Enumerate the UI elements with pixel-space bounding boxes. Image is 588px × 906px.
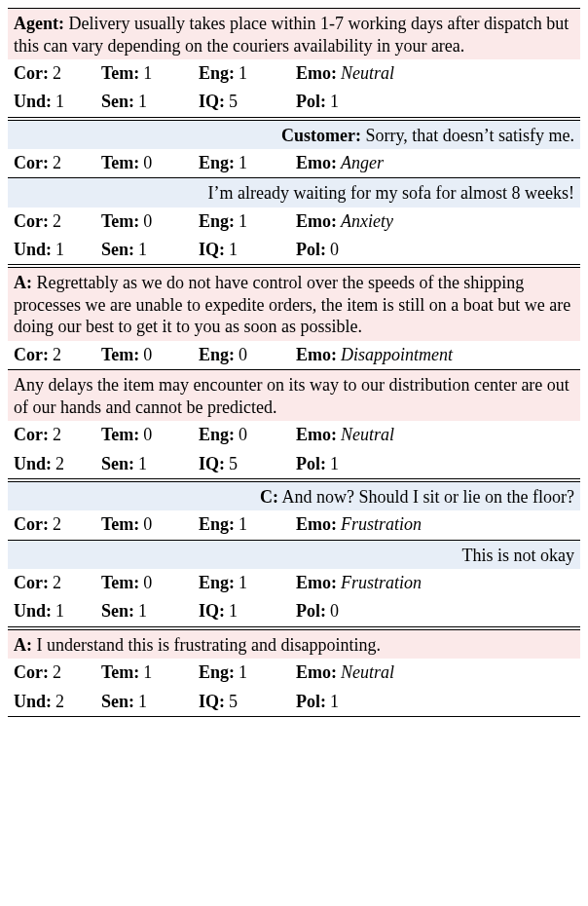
speaker-label: A: — [14, 273, 32, 292]
metrics-row: Cor:2 Tem:0 Eng:0 Emo:Neutral — [8, 421, 580, 449]
metrics-row: Und:2 Sen:1 IQ:5 Pol:1 — [8, 688, 580, 716]
metrics-row: Cor:2 Tem:1 Eng:1 Emo:Neutral — [8, 659, 580, 687]
customer-utterance: C: And now? Should I sit or lie on the f… — [8, 482, 580, 511]
emotion-value: Frustration — [341, 571, 422, 594]
agent-utterance: Any delays the item may encounter on its… — [8, 370, 580, 421]
utterance-text: And now? Should I sit or lie on the floo… — [282, 487, 574, 507]
agent-utterance: A: Regrettably as we do not have control… — [8, 268, 580, 341]
metrics-row: Und:1 Sen:1 IQ:1 Pol:0 — [8, 597, 580, 625]
metrics-row: Und:2 Sen:1 IQ:5 Pol:1 — [8, 450, 580, 478]
utterance-text: This is not okay — [462, 546, 575, 565]
customer-utterance: Customer: Sorry, that doesn’t satisfy me… — [8, 121, 580, 150]
customer-utterance: This is not okay — [8, 541, 580, 570]
speaker-label: C: — [260, 487, 278, 507]
agent-utterance: A: I understand this is frustrating and … — [8, 630, 580, 660]
speaker-label: Agent: — [14, 14, 64, 33]
utterance-text: Sorry, that doesn’t satisfy me. — [366, 126, 574, 145]
speaker-label: A: — [14, 635, 32, 655]
customer-utterance: I’m already waiting for my sofa for almo… — [8, 178, 580, 208]
dialogue-table: Agent: Delivery usually takes place with… — [8, 8, 580, 717]
metrics-row: Cor:2 Tem:1 Eng:1 Emo:Neutral — [8, 59, 580, 88]
separator-thin — [8, 716, 580, 717]
utterance-text: Regrettably as we do not have control ov… — [14, 273, 570, 336]
utterance-text: I’m already waiting for my sofa for almo… — [208, 183, 574, 203]
utterance-text: Any delays the item may encounter on its… — [14, 375, 570, 417]
metrics-row: Cor:2 Tem:0 Eng:0 Emo:Disappointment — [8, 341, 580, 369]
metrics-row: Cor:2 Tem:0 Eng:1 Emo:Frustration — [8, 569, 580, 597]
metrics-row: Und:1 Sen:1 IQ:5 Pol:1 — [8, 88, 580, 116]
emotion-value: Neutral — [341, 61, 394, 85]
emotion-value: Frustration — [341, 512, 422, 536]
emotion-value: Anxiety — [341, 209, 393, 233]
utterance-text: Delivery usually takes place within 1-7 … — [14, 14, 569, 56]
emotion-value: Neutral — [341, 661, 394, 684]
agent-utterance: Agent: Delivery usually takes place with… — [8, 9, 580, 59]
speaker-label: Customer: — [281, 126, 361, 145]
metrics-row: Cor:2 Tem:0 Eng:1 Emo:Anxiety — [8, 208, 580, 236]
metrics-row: Cor:2 Tem:0 Eng:1 Emo:Frustration — [8, 510, 580, 539]
utterance-text: I understand this is frustrating and dis… — [37, 635, 381, 655]
emotion-value: Disappointment — [341, 343, 453, 366]
metrics-row: Cor:2 Tem:0 Eng:1 Emo:Anger — [8, 149, 580, 177]
emotion-value: Anger — [341, 151, 384, 174]
metrics-row: Und:1 Sen:1 IQ:1 Pol:0 — [8, 236, 580, 264]
emotion-value: Neutral — [341, 423, 394, 446]
